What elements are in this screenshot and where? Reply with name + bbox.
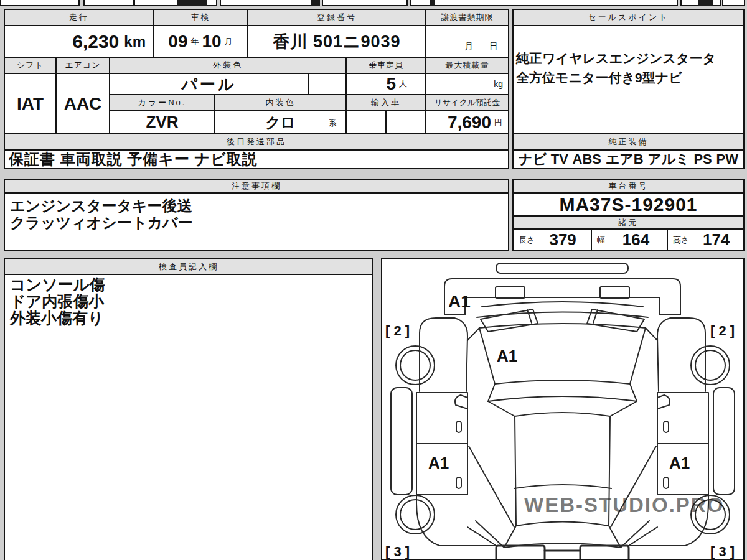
remnant-cell [0,0,80,6]
remnant-text [177,0,207,6]
transfer-deadline-value: 月 日 [426,26,508,57]
equipment-item: ナビ [519,151,547,168]
watermark: WEB-STUDIO.PRO [524,493,724,516]
remnant-cell [722,0,745,6]
exterior-color-value: パール [110,74,308,94]
mileage-header: 走行 [5,10,153,25]
spec-height-label: 高さ [673,235,689,246]
exterior-color-header: 外装色 [110,58,345,73]
equipment-item: TV [551,151,568,167]
import-header: 輸入車 [347,95,425,110]
remnant-cell [410,0,678,6]
inspector-line: ドア内張傷小 [10,293,367,310]
equipment-header: 純正装備 [514,134,743,149]
inspector-line: 外装小傷有り [10,310,367,327]
left-door-damage-label: A1 [428,454,449,472]
equipment-item: ABS [573,151,601,167]
recycle-value: 7,690 円 [426,111,508,133]
exterior-color-extra-cell [309,74,345,94]
a-pillar-left [488,384,495,401]
headlight-left-line [527,310,532,323]
spec-length-value: 379 [535,230,591,250]
mirror-left [455,395,467,409]
maxload-header: 最大積載量 [426,58,508,73]
remnant-text [430,0,435,6]
car-diagram-box: A1 A1 A1 A1 [ 2 ] [ 2 ] [ 3 ] [ 3 ] WEB-… [381,258,745,560]
quarter-seam-left [469,446,514,527]
front-wheel-left-inner [400,350,430,380]
maxload-value: kg [426,74,508,94]
interior-color-suffix: 系 [329,118,337,129]
caution-line: エンジンスタータキー後送 [10,197,503,214]
equipment-item: PS [693,151,712,167]
a-pillar-right-lower [610,401,637,416]
headlight-right-line [593,310,598,323]
import-value-cell [387,111,425,133]
c-pillar-right [609,526,621,548]
remnant-cell [680,0,699,6]
spec-width: 幅 164 [592,230,667,250]
mirror-right [657,395,670,409]
rear-tire-left-label: [ 3 ] [385,544,410,559]
inspection-month: 10 [202,32,222,52]
remnant-cell [83,0,134,6]
quarter-lower-left [476,521,504,548]
equipment-value: ナビ TV ABS エアB アルミ PS PW [514,151,743,168]
inspector-content: コンソール傷 ドア内張傷小 外装小傷有り [5,275,372,560]
caution-box: 注意事項欄 エンジンスタータキー後送 クラッツィオシートカバー [4,179,509,251]
front-plate-right [600,287,629,298]
car-top-view: A1 A1 A1 A1 [ 2 ] [ 2 ] [ 3 ] [ 3 ] WEB-… [382,259,743,559]
spec-length: 長さ 379 [514,230,591,250]
specs-header: 諸元 [514,217,743,228]
chassis-header: 車台番号 [514,180,743,192]
aircon-header: エアコン [57,58,109,73]
remnant-text [311,0,320,6]
door-handle-right-front [664,421,669,432]
color-no-header: カラーNo. [110,95,214,110]
inspection-month-unit: 月 [225,36,233,47]
roof-spoiler [496,263,628,273]
front-wheel-right [691,346,730,385]
sales-point-line: 純正ワイヤレスエンジンスタータ [516,49,741,68]
door-handle-right-rear [664,477,669,488]
import-value-cell [347,111,385,133]
remnant-cell [220,0,319,6]
chassis-value: MA37S-192901 [514,194,743,215]
sales-point-line: 全方位モニター付き9型ナビ [516,68,741,87]
sales-point-header: セールスポイント [514,10,743,25]
side-sill-left [391,388,412,495]
inspector-box: 検査員記入欄 コンソール傷 ドア内張傷小 外装小傷有り [4,258,374,560]
maxload-unit: kg [494,79,503,89]
fender-seam-right [646,328,657,340]
front-wheel-right-inner [695,350,725,380]
right-door-damage-label: A1 [669,454,690,472]
c-pillar-left [504,526,516,548]
transfer-month-label: 月 [464,41,473,52]
front-bumper [444,279,680,315]
sales-point-box: セールスポイント 純正ワイヤレスエンジンスタータ 全方位モニター付き9型ナビ 純… [512,9,745,169]
cabin-side-left [515,416,516,526]
spec-height-value: 174 [689,230,743,250]
later-parts-header: 後日発送部品 [5,134,508,149]
side-sill-right [713,388,735,495]
inspector-lines: コンソール傷 ドア内張傷小 外装小傷有り [5,275,372,328]
quarter-lower-right [621,521,649,548]
later-parts-value: 保証書 車両取説 予備キー ナビ取説 [5,151,508,168]
caution-line: クラッツィオシートカバー [10,214,503,231]
spec-height: 高さ 174 [668,230,743,250]
auction-sheet: 走行 車検 登録番号 譲渡書類期限 6,230 km 09 年 10 月 香川 … [0,0,747,560]
registration-header: 登録番号 [248,10,425,25]
inspector-header: 検査員記入欄 [5,259,372,274]
hood-damage-label: A1 [497,347,517,365]
recycle-number: 7,690 [448,113,491,133]
recycle-header: リサイクル預託金 [426,95,508,110]
remnant-cell [322,0,408,6]
spec-width-value: 164 [605,230,667,250]
front-bumper-damage-label: A1 [448,292,471,311]
capacity-unit: 人 [399,78,408,90]
capacity-value: 5 人 [347,74,425,94]
windshield [488,396,637,401]
mileage-unit: km [124,33,146,50]
transfer-deadline-header: 譲渡書類期限 [426,10,508,25]
caution-lines: エンジンスタータキー後送 クラッツィオシートカバー [5,194,508,235]
